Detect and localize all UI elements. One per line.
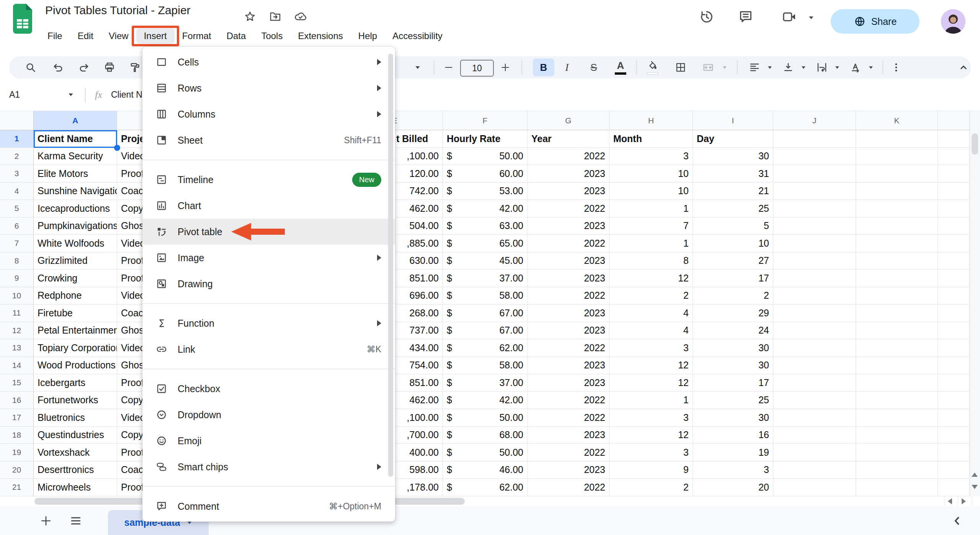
cell-16[interactable] (938, 392, 970, 409)
cell-H7[interactable]: 1 (609, 235, 693, 252)
cell-K2[interactable] (856, 148, 938, 165)
cell-A14[interactable]: Wood Productions (34, 357, 117, 375)
cell-G9[interactable]: 2023 (528, 270, 609, 287)
cell-F19[interactable]: $50.00 (443, 444, 528, 461)
cell-H4[interactable]: 10 (609, 183, 693, 200)
cell-1[interactable] (938, 130, 970, 148)
insert-menu-item-checkbox[interactable]: Checkbox (142, 376, 395, 402)
cell-I5[interactable]: 25 (693, 200, 773, 218)
row-header-8[interactable]: 8 (0, 252, 34, 270)
row-header-10[interactable]: 10 (0, 287, 34, 305)
cell-F12[interactable]: $67.00 (443, 322, 528, 340)
cell-J13[interactable] (773, 339, 856, 357)
cell-14[interactable] (938, 357, 970, 375)
column-header-partial[interactable] (938, 111, 970, 130)
collapse-toolbar-icon[interactable] (955, 56, 972, 79)
insert-menu-item-image[interactable]: Image (142, 245, 395, 271)
cell-J10[interactable] (773, 287, 856, 305)
cell-G6[interactable]: 2023 (528, 218, 609, 235)
cell-K20[interactable] (856, 461, 938, 479)
cell-I19[interactable]: 19 (693, 444, 773, 461)
name-box-caret-icon[interactable] (68, 93, 74, 97)
vertical-scrollbar[interactable] (970, 111, 980, 496)
cell-I10[interactable]: 2 (693, 287, 773, 305)
cell-I15[interactable]: 17 (693, 374, 773, 392)
cell-G19[interactable]: 2022 (528, 444, 609, 461)
cell-F15[interactable]: $37.00 (443, 374, 528, 392)
cell-A4[interactable]: Sunshine Navigations (34, 183, 117, 200)
insert-menu-item-pivot-table[interactable]: Pivot table (142, 219, 395, 245)
row-header-6[interactable]: 6 (0, 218, 34, 235)
cell-I17[interactable]: 30 (693, 409, 773, 427)
merge-cells-icon[interactable] (699, 56, 717, 79)
cell-H10[interactable]: 2 (609, 287, 693, 305)
all-sheets-icon[interactable] (64, 506, 87, 535)
menubar-item-view[interactable]: View (101, 28, 136, 44)
menubar-item-format[interactable]: Format (175, 28, 219, 44)
cell-F17[interactable]: $50.00 (443, 409, 528, 427)
cell-K15[interactable] (856, 374, 938, 392)
cell-F1[interactable]: Hourly Rate (443, 130, 528, 148)
text-wrap-caret-icon[interactable] (831, 56, 843, 79)
cell-G21[interactable]: 2022 (528, 479, 609, 496)
document-title[interactable]: Pivot Tables Tutorial - Zapier (45, 4, 191, 17)
cell-A7[interactable]: White Wolfoods (34, 235, 117, 252)
column-header-F[interactable]: F (443, 111, 528, 130)
cell-J14[interactable] (773, 357, 856, 375)
account-avatar[interactable] (941, 9, 965, 34)
cell-K4[interactable] (856, 183, 938, 200)
cell-F9[interactable]: $37.00 (443, 270, 528, 287)
cell-G11[interactable]: 2023 (528, 304, 609, 322)
row-header-5[interactable]: 5 (0, 200, 34, 218)
video-call-icon[interactable] (781, 8, 798, 25)
insert-menu-item-columns[interactable]: Columns (142, 101, 395, 127)
vertical-align-icon[interactable] (779, 56, 797, 79)
cell-G2[interactable]: 2022 (528, 148, 609, 165)
cell-8[interactable] (938, 252, 970, 270)
cell-I21[interactable]: 20 (693, 479, 773, 496)
fill-color-icon[interactable] (644, 56, 662, 79)
row-header-11[interactable]: 11 (0, 304, 34, 322)
cell-9[interactable] (938, 270, 970, 287)
menubar-item-edit[interactable]: Edit (70, 28, 101, 44)
cell-H3[interactable]: 10 (609, 165, 693, 183)
cell-A15[interactable]: Icebergarts (34, 374, 117, 392)
cloud-saved-icon[interactable] (294, 10, 307, 23)
cell-K1[interactable] (856, 130, 938, 148)
strikethrough-button[interactable]: S (585, 56, 603, 79)
cell-F20[interactable]: $46.00 (443, 461, 528, 479)
column-header-H[interactable]: H (609, 111, 693, 130)
row-header-16[interactable]: 16 (0, 392, 34, 409)
cell-F10[interactable]: $58.00 (443, 287, 528, 305)
column-header-G[interactable]: G (528, 111, 609, 130)
cell-A18[interactable]: Questindustries (34, 427, 117, 444)
cell-K19[interactable] (856, 444, 938, 461)
scroll-down-icon[interactable] (972, 485, 978, 489)
insert-menu-item-emoji[interactable]: Emoji (142, 428, 395, 454)
cell-F16[interactable]: $42.00 (443, 392, 528, 409)
select-all-corner[interactable] (0, 111, 34, 130)
menubar-item-accessibility[interactable]: Accessibility (385, 28, 450, 44)
row-header-12[interactable]: 12 (0, 322, 34, 340)
cell-G1[interactable]: Year (528, 130, 609, 148)
cell-F13[interactable]: $62.00 (443, 339, 528, 357)
text-wrap-icon[interactable] (813, 56, 831, 79)
cell-H9[interactable]: 12 (609, 270, 693, 287)
cell-G10[interactable]: 2022 (528, 287, 609, 305)
name-box[interactable]: A1 (9, 79, 20, 111)
text-color-button[interactable]: A (612, 56, 629, 79)
cell-J3[interactable] (773, 165, 856, 183)
cell-F8[interactable]: $45.00 (443, 252, 528, 270)
cell-H11[interactable]: 4 (609, 304, 693, 322)
cell-13[interactable] (938, 339, 970, 357)
cell-K7[interactable] (856, 235, 938, 252)
cell-A12[interactable]: Petal Entertainment (34, 322, 117, 340)
column-header-A[interactable]: A (34, 111, 117, 130)
merge-cells-caret-icon[interactable] (719, 56, 730, 79)
cell-G14[interactable]: 2023 (528, 357, 609, 375)
cell-H17[interactable]: 3 (609, 409, 693, 427)
cell-A9[interactable]: Crowking (34, 270, 117, 287)
row-header-18[interactable]: 18 (0, 427, 34, 444)
cell-G18[interactable]: 2023 (528, 427, 609, 444)
cell-15[interactable] (938, 374, 970, 392)
